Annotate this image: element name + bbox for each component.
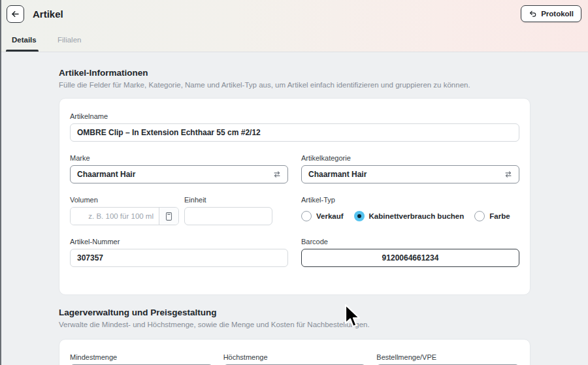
radio-label-verkauf: Verkauf xyxy=(316,212,344,220)
header: Artikel Protokoll Details Filialen xyxy=(0,0,588,52)
volumen-input[interactable] xyxy=(71,208,159,225)
protokoll-button-label: Protokoll xyxy=(541,10,574,18)
tab-filialen[interactable]: Filialen xyxy=(57,36,81,44)
bestellmenge-label: Bestellmenge/VPE xyxy=(376,353,519,361)
barcode-label: Barcode xyxy=(301,238,519,246)
barcode-input[interactable] xyxy=(301,249,519,267)
radio-option-kabinettverbrauch[interactable]: Kabinettverbrauch buchen xyxy=(354,211,465,221)
artikel-nummer-label: Artikel-Nummer xyxy=(70,238,288,246)
artikel-informationen-card: Artikelname Marke Chaarmant Hair Art xyxy=(59,98,531,295)
mouse-cursor xyxy=(344,304,361,333)
artikelkategorie-value: Chaarmant Hair xyxy=(308,170,367,179)
einheit-input[interactable] xyxy=(184,207,272,225)
section-title-artikel-informationen: Artikel-Informationen xyxy=(59,68,148,78)
volumen-label: Volumen xyxy=(70,196,179,204)
lagerverwaltung-card: Mindestmenge Höchstmenge Bestellmenge/VP… xyxy=(59,339,531,365)
marke-value: Chaarmant Hair xyxy=(77,170,135,179)
marke-select[interactable]: Chaarmant Hair xyxy=(70,165,288,183)
calculator-icon xyxy=(165,212,173,221)
arrow-left-icon xyxy=(10,9,20,19)
artikelkategorie-label: Artikelkategorie xyxy=(301,154,519,162)
section-subtitle-artikel-informationen: Fülle die Felder für Marke, Kategorie, N… xyxy=(59,81,470,89)
tab-details[interactable]: Details xyxy=(12,36,37,44)
section-subtitle-lagerverwaltung: Verwalte die Mindest- und Höchstmenge, s… xyxy=(59,321,370,328)
page-title: Artikel xyxy=(33,8,63,20)
radio-option-farbe[interactable]: Farbe xyxy=(474,211,510,221)
volumen-input-group xyxy=(70,207,179,225)
swap-icon xyxy=(272,170,282,179)
mindestmenge-label: Mindestmenge xyxy=(70,353,213,361)
radio-option-verkauf[interactable]: Verkauf xyxy=(301,211,344,221)
einheit-label: Einheit xyxy=(184,196,272,204)
marke-label: Marke xyxy=(70,154,288,162)
undo-icon xyxy=(529,10,537,18)
artikelname-label: Artikelname xyxy=(70,112,519,120)
content-area: Artikel-Informationen Fülle die Felder f… xyxy=(0,52,588,365)
window-left-edge xyxy=(0,0,1,365)
radio-selected-icon xyxy=(354,211,365,221)
radio-unselected-icon xyxy=(474,211,485,221)
back-button[interactable] xyxy=(7,5,24,23)
radio-unselected-icon xyxy=(301,211,312,221)
artikelname-input[interactable] xyxy=(70,123,519,142)
artikelkategorie-select[interactable]: Chaarmant Hair xyxy=(301,165,519,183)
artikel-nummer-input[interactable] xyxy=(70,249,288,267)
active-tab-underline xyxy=(6,50,39,52)
swap-icon xyxy=(504,170,513,179)
artikel-typ-radio-group: Verkauf Kabinettverbrauch buchen Farbe xyxy=(301,207,519,225)
protokoll-button[interactable]: Protokoll xyxy=(521,5,581,22)
radio-label-farbe: Farbe xyxy=(489,212,510,220)
artikel-page: Artikel Protokoll Details Filialen Artik… xyxy=(0,0,588,365)
hoechstmenge-label: Höchstmenge xyxy=(223,353,367,361)
radio-label-kabinettverbrauch: Kabinettverbrauch buchen xyxy=(369,212,465,220)
section-title-lagerverwaltung: Lagerverwaltung und Preisgestaltung xyxy=(59,308,217,317)
calculator-button[interactable] xyxy=(159,208,178,225)
artikel-typ-label: Artikel-Typ xyxy=(301,196,519,204)
